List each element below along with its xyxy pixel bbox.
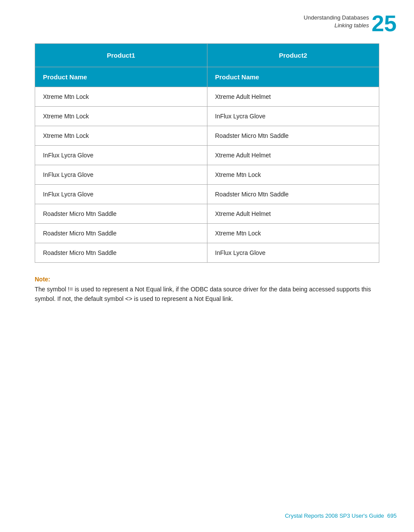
table-cell-product2: Xtreme Adult Helmet <box>207 204 379 224</box>
header-title: Understanding Databases <box>304 14 369 22</box>
footer-page: 695 <box>387 512 397 519</box>
table-cell-product2: InFlux Lycra Glove <box>207 243 379 263</box>
table-cell-product1: InFlux Lycra Glove <box>35 146 207 165</box>
table-row: Roadster Micro Mtn SaddleXtreme Mtn Lock <box>35 224 379 243</box>
col1-subheader: Product Name <box>35 67 207 87</box>
col1-header: Product1 <box>35 44 207 67</box>
table-cell-product1: Roadster Micro Mtn Saddle <box>35 204 207 224</box>
table-row: Roadster Micro Mtn SaddleXtreme Adult He… <box>35 204 379 224</box>
col2-header: Product2 <box>207 44 379 67</box>
table-row: InFlux Lycra GloveRoadster Micro Mtn Sad… <box>35 185 379 204</box>
table-row: Xtreme Mtn LockInFlux Lycra Glove <box>35 107 379 126</box>
page-footer: Crystal Reports 2008 SP3 User's Guide 69… <box>285 512 397 519</box>
page-header: Understanding Databases Linking tables 2… <box>304 12 397 35</box>
table-cell-product2: Xtreme Adult Helmet <box>207 146 379 165</box>
table-cell-product1: InFlux Lycra Glove <box>35 185 207 204</box>
table-row: Xtreme Mtn LockRoadster Micro Mtn Saddle <box>35 126 379 146</box>
table-cell-product2: Roadster Micro Mtn Saddle <box>207 185 379 204</box>
table-cell-product1: Roadster Micro Mtn Saddle <box>35 224 207 243</box>
page-number: 25 <box>371 12 397 35</box>
note-text: The symbol != is used to represent a Not… <box>35 284 379 304</box>
table-header-row: Product1 Product2 <box>35 44 379 67</box>
table-subheader-row: Product Name Product Name <box>35 67 379 87</box>
table-cell-product1: Xtreme Mtn Lock <box>35 87 207 107</box>
table-cell-product2: Xtreme Mtn Lock <box>207 224 379 243</box>
table-cell-product1: Xtreme Mtn Lock <box>35 126 207 146</box>
table-row: InFlux Lycra GloveXtreme Adult Helmet <box>35 146 379 165</box>
table-cell-product1: Roadster Micro Mtn Saddle <box>35 243 207 263</box>
table-cell-product2: Xtreme Mtn Lock <box>207 165 379 185</box>
header-subtitle: Linking tables <box>304 22 369 29</box>
col2-subheader: Product Name <box>207 67 379 87</box>
table-cell-product2: Xtreme Adult Helmet <box>207 87 379 107</box>
table-cell-product2: Roadster Micro Mtn Saddle <box>207 126 379 146</box>
data-table: Product1 Product2 Product Name Product N… <box>35 43 379 263</box>
table-cell-product1: InFlux Lycra Glove <box>35 165 207 185</box>
table-cell-product2: InFlux Lycra Glove <box>207 107 379 126</box>
footer-text: Crystal Reports 2008 SP3 User's Guide <box>285 512 384 519</box>
table-cell-product1: Xtreme Mtn Lock <box>35 107 207 126</box>
note-label: Note: <box>35 276 379 283</box>
table-row: InFlux Lycra GloveXtreme Mtn Lock <box>35 165 379 185</box>
main-content: Product1 Product2 Product Name Product N… <box>0 0 414 330</box>
table-row: Roadster Micro Mtn SaddleInFlux Lycra Gl… <box>35 243 379 263</box>
note-section: Note: The symbol != is used to represent… <box>35 276 379 304</box>
table-row: Xtreme Mtn LockXtreme Adult Helmet <box>35 87 379 107</box>
